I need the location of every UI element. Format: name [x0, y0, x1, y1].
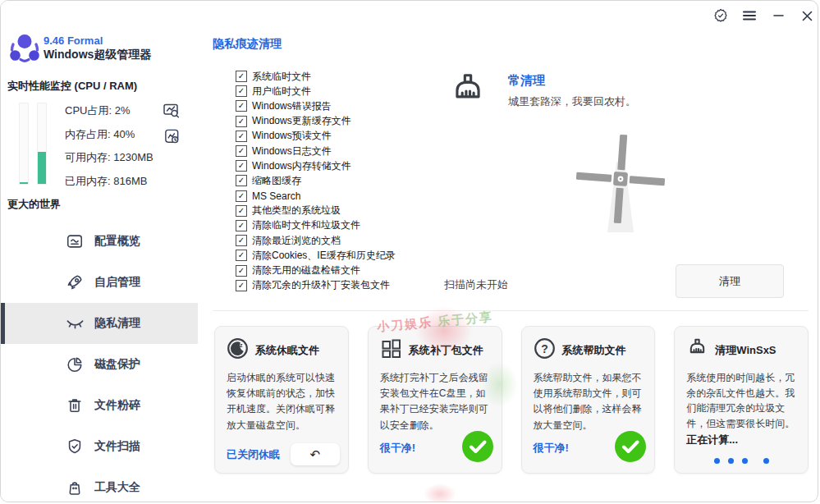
card-title: 系统休眠文件	[255, 343, 319, 358]
checklist-item[interactable]: ✓ Windows更新缓存文件	[236, 114, 396, 129]
page-title: 隐私痕迹清理	[213, 37, 282, 52]
scan-status: 扫描尚未开始	[444, 277, 508, 292]
undo-icon: ↶	[309, 447, 320, 462]
checklist-item[interactable]: ✓ 缩略图缓存	[236, 173, 396, 188]
checkbox-checked-icon[interactable]: ✓	[236, 235, 247, 246]
cpu-bar-fill	[20, 182, 28, 184]
clean-section-title: 常清理	[508, 73, 636, 89]
card-body: 启动休眠的系统可以快速恢复休眠前的状态，加快开机速度。关闭休眠可释放大量磁盘空间…	[227, 370, 337, 433]
card-winsxs: 清理WinSxS 系统使用的时间越长，冗余的杂乱文件也越大。我们能清理冗余的垃圾…	[674, 326, 809, 474]
card-help-files: ? 系统帮助文件 系统帮助文件，如果您不使用系统帮助文件，则可以将他们删除，这样…	[521, 326, 656, 474]
clean-button[interactable]: 清理	[676, 264, 784, 298]
used-ram-stat: 已用内存: 816MB	[65, 170, 153, 194]
sidebar-item-label: 文件粉碎	[94, 398, 140, 413]
sidebar-item-file-shred[interactable]: 文件粉碎	[1, 385, 198, 426]
hibernate-moon-icon: z	[227, 337, 249, 363]
pie-chart-icon	[65, 355, 85, 374]
loading-dot	[728, 458, 734, 464]
undo-button[interactable]: ↶	[291, 443, 340, 465]
checkbox-checked-icon[interactable]: ✓	[236, 100, 247, 112]
loading-dot	[714, 458, 720, 464]
clean-section-subtitle: 城里套路深，我要回农村。	[508, 94, 636, 109]
checkbox-checked-icon[interactable]: ✓	[236, 116, 247, 127]
card-title: 清理WinSxS	[715, 343, 776, 358]
ram-usage-bar	[37, 103, 47, 185]
checklist-item[interactable]: ✓ Windows日志文件	[236, 144, 396, 158]
cleanup-cards: z 系统休眠文件 启动休眠的系统可以快速恢复休眠前的状态，加快开机速度。关闭休眠…	[214, 326, 809, 474]
minimize-icon[interactable]	[767, 5, 789, 26]
sidebar-item-label: 工具大全	[94, 480, 140, 495]
cpu-usage-stat: CPU占用: 2%	[65, 99, 153, 123]
checklist-item[interactable]: ✓ 用户临时文件	[236, 84, 396, 99]
loading-dot	[763, 458, 769, 464]
checklist-item[interactable]: ✓ 清除临时文件和垃圾文件	[236, 218, 396, 233]
sidebar-item-label: 文件扫描	[94, 439, 140, 454]
checklist-item[interactable]: ✓ 清除无用的磁盘检错文件	[236, 263, 396, 277]
app-name: Windows超级管理器	[44, 48, 151, 62]
trash-icon	[65, 396, 85, 415]
checklist-item[interactable]: ✓ Windows预读文件	[236, 129, 396, 144]
sidebar-item-label: 磁盘保护	[94, 357, 140, 372]
checklist-item[interactable]: ✓ Windows内存转储文件	[236, 158, 396, 173]
card-title: 系统补丁包文件	[409, 343, 483, 358]
svg-text:?: ?	[541, 342, 548, 355]
sidebar-item-label: 自启管理	[94, 275, 140, 290]
checkbox-checked-icon[interactable]: ✓	[236, 205, 247, 217]
sidebar: 9.46 Formal Windows超级管理器 实时性能监控 (CPU / R…	[1, 1, 198, 502]
app-logo	[7, 31, 42, 66]
sidebar-item-config-overview[interactable]: 配置概览	[1, 221, 198, 262]
menu-icon[interactable]	[739, 5, 760, 26]
checklist-item[interactable]: ✓ 清除最近浏览的文档	[236, 233, 396, 248]
sidebar-item-label: 隐私清理	[94, 316, 140, 331]
windmill-illustration-icon	[559, 124, 682, 246]
chart-icon	[65, 231, 85, 251]
sidebar-item-toolbox[interactable]: 工具大全	[1, 467, 198, 502]
checklist-item[interactable]: ✓ 清除冗余的升级补丁安装包文件	[236, 278, 396, 293]
app-window: 9.46 Formal Windows超级管理器 实时性能监控 (CPU / R…	[0, 0, 818, 502]
chart-history-icon[interactable]	[163, 128, 181, 149]
checkbox-checked-icon[interactable]: ✓	[236, 71, 247, 82]
section-divider	[213, 310, 809, 311]
app-version: 9.46 Formal	[44, 34, 151, 48]
card-body: 系统打完补丁之后会残留安装包文件在C盘里，如果补丁已经安装完毕则可以安全删除。	[380, 370, 491, 433]
card-body: 系统帮助文件，如果您不使用系统帮助文件，则可以将他们删除，这样会释放大量空间。	[534, 370, 644, 433]
sidebar-item-startup-manage[interactable]: 自启管理	[1, 262, 198, 303]
sidebar-item-disk-protect[interactable]: 磁盘保护	[1, 344, 198, 385]
loading-dot	[742, 458, 748, 464]
sidebar-item-privacy-clean[interactable]: 隐私清理	[1, 303, 198, 344]
watermark-splash	[424, 483, 456, 502]
calculating-label: 正在计算...	[686, 433, 797, 447]
loading-dots	[675, 458, 808, 464]
patch-status-label: 很干净!	[380, 441, 415, 456]
checklist-item[interactable]: ✓ 清除Cookies、IE缓存和历史纪录	[236, 248, 396, 263]
close-icon[interactable]	[796, 5, 818, 26]
task-monitor-icon[interactable]	[163, 102, 181, 123]
checkbox-checked-icon[interactable]: ✓	[236, 220, 247, 231]
checkbox-checked-icon[interactable]: ✓	[236, 85, 247, 97]
ram-bar-fill	[38, 152, 46, 184]
badge-check-icon[interactable]	[710, 5, 731, 26]
card-title: 系统帮助文件	[562, 343, 626, 358]
card-body: 系统使用的时间越长，冗余的杂乱文件也越大。我们能清理冗余的垃圾文件，但这需要很长…	[686, 370, 797, 431]
sidebar-item-file-scan[interactable]: 文件扫描	[1, 426, 198, 467]
checkbox-checked-icon[interactable]: ✓	[236, 175, 247, 186]
card-hibernate-file: z 系统休眠文件 启动休眠的系统可以快速恢复休眠前的状态，加快开机速度。关闭休眠…	[214, 326, 349, 474]
checkbox-checked-icon[interactable]: ✓	[236, 160, 247, 172]
checkbox-checked-icon[interactable]: ✓	[236, 131, 247, 142]
help-question-icon: ?	[534, 337, 556, 363]
shield-check-icon	[65, 437, 85, 456]
bag-icon	[65, 478, 85, 497]
checkbox-checked-icon[interactable]: ✓	[236, 265, 247, 277]
world-label: 更大的世界	[7, 197, 61, 212]
checkbox-checked-icon[interactable]: ✓	[236, 250, 247, 261]
checkbox-checked-icon[interactable]: ✓	[236, 145, 247, 157]
winsxs-brush-icon	[686, 337, 708, 363]
checklist-item[interactable]: ✓ 其他类型的系统垃圾	[236, 204, 396, 218]
checklist-item[interactable]: ✓ MS Search	[236, 189, 396, 204]
checklist-item[interactable]: ✓ Windows错误报告	[236, 99, 396, 113]
ram-usage-stat: 内存占用: 40%	[65, 123, 153, 147]
checkbox-checked-icon[interactable]: ✓	[236, 190, 247, 202]
patch-grid-icon	[380, 337, 402, 363]
checklist-item[interactable]: ✓ 系统临时文件	[236, 69, 396, 84]
checkbox-checked-icon[interactable]: ✓	[236, 280, 247, 291]
